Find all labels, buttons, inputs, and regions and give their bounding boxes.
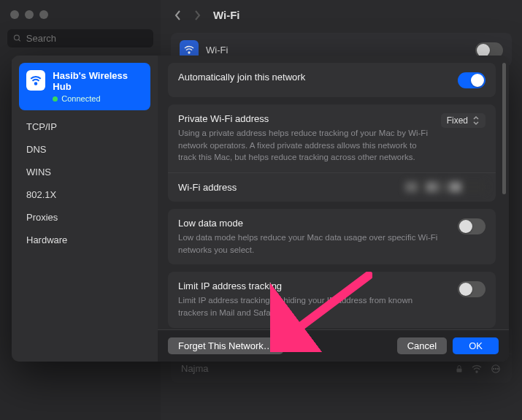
chevron-updown-icon bbox=[472, 115, 480, 126]
network-name: Hasib's Wireless Hub bbox=[53, 70, 143, 92]
wifi-label: Wi-Fi bbox=[206, 45, 468, 56]
svg-point-2 bbox=[188, 52, 190, 53]
close-dot[interactable] bbox=[10, 10, 19, 19]
tab-tcpip[interactable]: TCP/IP bbox=[19, 116, 150, 137]
low-data-label: Low data mode bbox=[178, 218, 450, 229]
wifi-icon bbox=[26, 70, 45, 91]
tab-dns[interactable]: DNS bbox=[19, 139, 150, 160]
limit-ip-toggle[interactable] bbox=[458, 281, 485, 297]
low-data-desc: Low data mode helps reduce your Mac data… bbox=[178, 232, 441, 256]
limit-ip-row: Limit IP address tracking Limit IP addre… bbox=[168, 272, 496, 327]
search-icon bbox=[13, 34, 22, 43]
private-address-label: Private Wi-Fi address bbox=[178, 113, 434, 124]
svg-rect-9 bbox=[457, 368, 462, 372]
svg-point-0 bbox=[14, 35, 19, 40]
svg-point-13 bbox=[495, 368, 496, 369]
wifi-address-label: Wi-Fi address bbox=[178, 182, 398, 193]
tab-proxies[interactable]: Proxies bbox=[19, 207, 150, 228]
private-address-row: Private Wi-Fi address Using a private ad… bbox=[168, 104, 496, 172]
svg-point-14 bbox=[497, 368, 498, 369]
low-data-toggle[interactable] bbox=[458, 218, 485, 234]
svg-point-10 bbox=[476, 371, 477, 373]
connection-status: Connected bbox=[61, 94, 100, 103]
cancel-button[interactable]: Cancel bbox=[397, 337, 447, 354]
auto-join-row: Automatically join this network bbox=[168, 63, 496, 97]
tab-hardware[interactable]: Hardware bbox=[19, 229, 150, 251]
window-controls[interactable] bbox=[0, 7, 161, 29]
page-title: Wi-Fi bbox=[213, 9, 240, 21]
ok-button[interactable]: OK bbox=[453, 337, 499, 354]
scrollbar[interactable] bbox=[502, 63, 506, 318]
svg-point-12 bbox=[494, 368, 494, 369]
forget-network-button[interactable]: Forget This Network… bbox=[168, 337, 283, 354]
private-address-desc: Using a private address helps reduce tra… bbox=[178, 127, 434, 164]
wifi-address-row: Wi-Fi address bbox=[168, 172, 496, 202]
minimize-dot[interactable] bbox=[25, 10, 34, 19]
zoom-dot[interactable] bbox=[39, 10, 48, 19]
status-dot-icon bbox=[53, 96, 58, 102]
lock-icon bbox=[455, 364, 464, 374]
auto-join-toggle[interactable] bbox=[458, 72, 485, 88]
search-field[interactable] bbox=[7, 29, 153, 47]
selected-network-card[interactable]: Hasib's Wireless Hub Connected bbox=[19, 63, 150, 110]
limit-ip-label: Limit IP address tracking bbox=[178, 280, 450, 291]
svg-line-1 bbox=[18, 39, 20, 41]
sheet-footer: Forget This Network… Cancel OK bbox=[158, 329, 509, 362]
wifi-signal-icon bbox=[471, 364, 483, 374]
tab-wins[interactable]: WINS bbox=[19, 161, 150, 183]
svg-point-15 bbox=[35, 83, 37, 85]
auto-join-label: Automatically join this network bbox=[178, 72, 450, 83]
private-address-picker[interactable]: Fixed bbox=[441, 113, 485, 128]
search-input[interactable] bbox=[26, 33, 147, 44]
limit-ip-desc: Limit IP address tracking by hiding your… bbox=[178, 294, 441, 318]
tab-8021x[interactable]: 802.1X bbox=[19, 184, 150, 205]
wifi-address-value-redacted bbox=[405, 182, 485, 192]
sheet-sidebar: Hasib's Wireless Hub Connected TCP/IP DN… bbox=[12, 56, 158, 362]
forward-icon[interactable] bbox=[193, 9, 201, 21]
low-data-row: Low data mode Low data mode helps reduce… bbox=[168, 209, 496, 264]
more-icon[interactable] bbox=[490, 364, 502, 374]
back-icon[interactable] bbox=[174, 9, 183, 21]
network-settings-sheet: Hasib's Wireless Hub Connected TCP/IP DN… bbox=[12, 56, 509, 362]
